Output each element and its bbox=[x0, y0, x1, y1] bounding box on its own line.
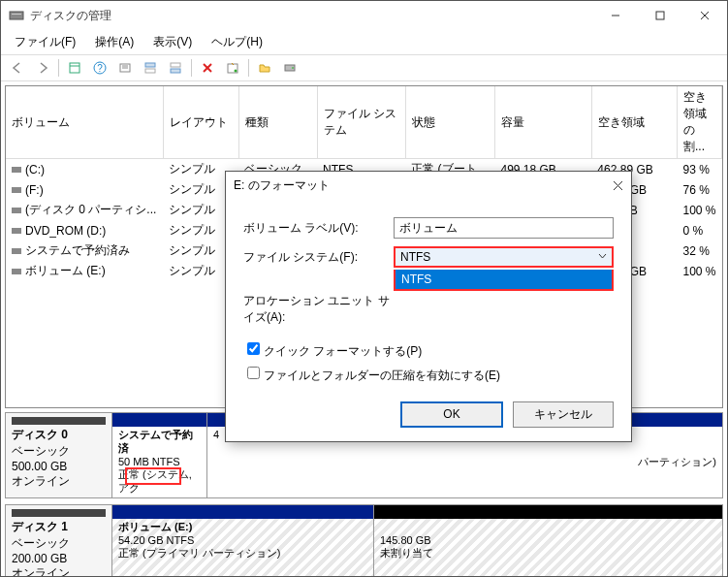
col-fs[interactable]: ファイル システム bbox=[317, 86, 405, 159]
disk-1-p1-size: 54.20 GB bbox=[118, 534, 163, 546]
disk-button[interactable] bbox=[278, 57, 301, 79]
titlebar: ディスクの管理 bbox=[1, 1, 727, 30]
quick-format-checkbox[interactable]: クイック フォーマットする(P) bbox=[243, 344, 422, 358]
maximize-button[interactable] bbox=[638, 1, 682, 30]
disk-0-partition-1[interactable]: システムで予約済 50 MB NTFS 正常 (システム, アク bbox=[112, 413, 207, 497]
dialog-title: E: のフォーマット bbox=[234, 177, 613, 194]
properties-button[interactable] bbox=[221, 57, 244, 79]
drive-icon bbox=[12, 248, 21, 254]
view-top-button[interactable] bbox=[139, 57, 162, 79]
svg-rect-3 bbox=[656, 12, 664, 19]
disk-1-header: ディスク 1 ベーシック 200.00 GB オンライン bbox=[6, 505, 112, 577]
svg-rect-6 bbox=[70, 63, 79, 73]
menu-help[interactable]: ヘルプ(H) bbox=[202, 32, 272, 52]
settings-button[interactable] bbox=[113, 57, 137, 79]
toolbar: ? bbox=[1, 54, 727, 81]
forward-button[interactable] bbox=[31, 57, 54, 79]
svg-rect-13 bbox=[145, 63, 155, 67]
menu-action[interactable]: 操作(A) bbox=[85, 32, 143, 52]
label-volume: ボリューム ラベル(V): bbox=[243, 220, 394, 237]
drive-icon bbox=[12, 269, 21, 274]
disk-management-window: ディスクの管理 ファイル(F) 操作(A) 表示(V) ヘルプ(H) ? ボリュ… bbox=[0, 0, 728, 577]
menubar: ファイル(F) 操作(A) 表示(V) ヘルプ(H) bbox=[1, 30, 727, 54]
svg-rect-1 bbox=[12, 14, 21, 15]
menu-view[interactable]: 表示(V) bbox=[143, 32, 202, 52]
svg-point-21 bbox=[235, 70, 237, 73]
label-allocation: アロケーション ユニット サイズ(A): bbox=[243, 293, 394, 326]
chevron-down-icon bbox=[598, 252, 607, 261]
format-dialog: E: のフォーマット ボリューム ラベル(V): ファイル システム(F): N… bbox=[225, 171, 632, 442]
show-hide-button[interactable] bbox=[63, 57, 86, 79]
col-volume[interactable]: ボリューム bbox=[6, 86, 163, 159]
label-filesystem: ファイル システム(F): bbox=[243, 249, 394, 266]
window-title: ディスクの管理 bbox=[30, 8, 593, 24]
svg-text:?: ? bbox=[97, 63, 103, 74]
drive-icon bbox=[12, 167, 21, 173]
filesystem-select[interactable]: NTFS NTFS bbox=[394, 246, 614, 268]
drive-icon bbox=[12, 228, 21, 234]
disk-1-name: ディスク 1 bbox=[12, 520, 68, 533]
svg-rect-16 bbox=[171, 69, 180, 73]
col-freepct[interactable]: 空き領域の割... bbox=[677, 86, 721, 159]
col-type[interactable]: 種類 bbox=[238, 86, 317, 159]
disk-0-name: ディスク 0 bbox=[12, 428, 68, 441]
filesystem-dropdown: NTFS bbox=[394, 270, 614, 291]
cancel-button[interactable]: キャンセル bbox=[513, 401, 614, 428]
menu-file[interactable]: ファイル(F) bbox=[5, 32, 85, 52]
drive-icon bbox=[12, 187, 21, 193]
col-status[interactable]: 状態 bbox=[405, 86, 494, 159]
volume-label-input[interactable] bbox=[394, 217, 614, 239]
col-capacity[interactable]: 容量 bbox=[494, 86, 591, 159]
svg-rect-14 bbox=[145, 69, 155, 73]
view-bottom-button[interactable] bbox=[164, 57, 187, 79]
back-button[interactable] bbox=[6, 57, 29, 79]
disk-1-partition-1[interactable]: ボリューム (E:) 54.20 GB NTFS 正常 (プライマリ パーティシ… bbox=[112, 505, 374, 577]
drive-icon bbox=[12, 208, 21, 213]
app-icon bbox=[9, 8, 24, 23]
svg-rect-0 bbox=[10, 12, 23, 19]
svg-point-23 bbox=[292, 67, 294, 69]
disk-0-header: ディスク 0 ベーシック 500.00 GB オンライン bbox=[6, 413, 112, 497]
ok-button[interactable]: OK bbox=[400, 401, 503, 428]
help-icon[interactable]: ? bbox=[88, 57, 111, 79]
dialog-close-button[interactable] bbox=[613, 180, 623, 191]
filesystem-option-ntfs[interactable]: NTFS bbox=[396, 270, 612, 289]
close-button[interactable] bbox=[682, 1, 727, 30]
disk-1-partition-2[interactable]: 145.80 GB 未割り当て bbox=[374, 505, 722, 577]
folder-button[interactable] bbox=[253, 57, 276, 79]
delete-button[interactable] bbox=[196, 57, 219, 79]
minimize-button[interactable] bbox=[593, 1, 638, 30]
compress-checkbox[interactable]: ファイルとフォルダーの圧縮を有効にする(E) bbox=[243, 369, 500, 382]
col-free[interactable]: 空き領域 bbox=[591, 86, 677, 159]
col-layout[interactable]: レイアウト bbox=[163, 86, 238, 159]
svg-rect-15 bbox=[171, 63, 180, 67]
disk-1-row[interactable]: ディスク 1 ベーシック 200.00 GB オンライン ボリューム (E:) … bbox=[5, 504, 723, 577]
